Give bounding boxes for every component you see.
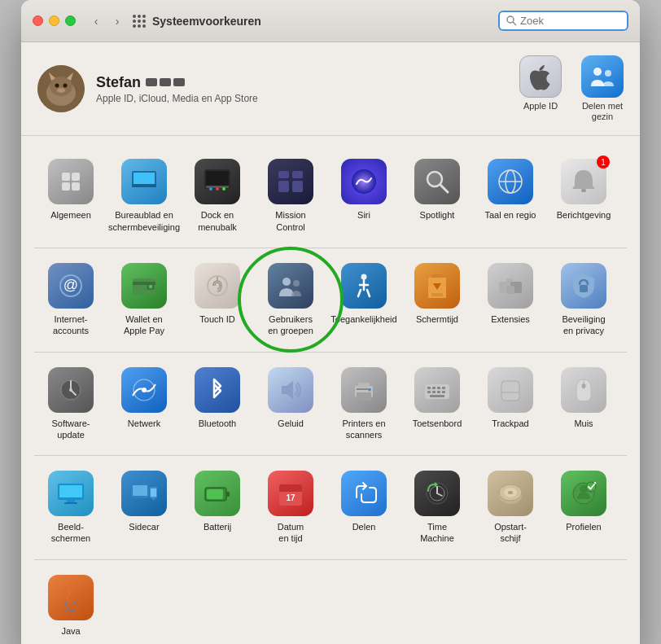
pref-item-dock[interactable]: Dock enmenubalk — [181, 156, 254, 236]
svg-rect-38 — [581, 189, 586, 192]
svg-point-9 — [55, 84, 59, 88]
pref-item-bluetooth[interactable]: Bluetooth — [181, 364, 254, 445]
svg-rect-56 — [506, 286, 514, 294]
window-title: Systeemvoorkeuren — [152, 15, 261, 28]
pref-item-trackpad[interactable]: Trackpad — [474, 364, 547, 445]
pref-item-datum[interactable]: 17 Datumen tijd — [254, 467, 327, 548]
svg-point-25 — [209, 187, 212, 191]
pref-item-taal[interactable]: Taal en regio — [474, 156, 547, 236]
apple-id-button[interactable]: Apple ID — [519, 55, 562, 112]
apple-icon — [527, 63, 554, 90]
svg-text:@: @ — [63, 277, 78, 293]
svg-point-49 — [361, 274, 367, 279]
pref-item-java[interactable]: JAVA Java — [34, 572, 107, 640]
svg-rect-28 — [278, 171, 289, 178]
apple-id-label: Apple ID — [523, 101, 558, 112]
grid-view-icon[interactable] — [133, 15, 146, 28]
pref-item-gebruikers[interactable]: Gebruikersen groepen — [254, 260, 327, 340]
pref-item-printers[interactable]: Printers enscanners — [327, 364, 401, 445]
prefs-row-1: Algemeen Bureaublad enschermbeveiliging — [34, 144, 627, 248]
svg-rect-29 — [292, 171, 303, 178]
svg-rect-90 — [152, 498, 155, 500]
pref-item-batterij[interactable]: Batterij — [181, 467, 254, 548]
profile-section: Stefan Apple ID, iCloud, Media en App St… — [21, 42, 640, 136]
pref-item-spotlight[interactable]: Spotlight — [401, 156, 474, 236]
main-window: ‹ › Systeemvoorkeuren — [21, 0, 640, 644]
svg-rect-50 — [431, 274, 443, 278]
pref-item-geluid[interactable]: Geluid — [254, 364, 327, 445]
svg-point-48 — [293, 280, 300, 287]
pref-item-wallet[interactable]: Wallet enApple Pay — [107, 260, 181, 340]
family-sharing-label: Delen metgezin — [582, 101, 623, 122]
svg-rect-74 — [432, 391, 436, 393]
svg-rect-18 — [72, 182, 80, 191]
search-bar[interactable] — [498, 11, 628, 31]
svg-rect-71 — [437, 387, 440, 389]
pref-item-touchid[interactable]: Touch ID — [181, 260, 254, 340]
svg-rect-16 — [72, 173, 80, 181]
svg-point-109 — [586, 482, 596, 492]
svg-point-60 — [142, 388, 147, 392]
close-button[interactable] — [33, 15, 43, 26]
svg-line-34 — [440, 185, 448, 192]
svg-rect-83 — [59, 485, 82, 497]
svg-rect-30 — [278, 181, 289, 192]
minimize-button[interactable] — [49, 15, 59, 26]
search-input[interactable] — [520, 15, 618, 27]
svg-rect-64 — [357, 392, 371, 401]
family-sharing-button[interactable]: Delen metgezin — [581, 55, 624, 122]
nav-buttons: ‹ › — [87, 12, 126, 30]
pref-item-netwerk[interactable]: Netwerk — [107, 364, 181, 445]
pref-item-muis[interactable]: Muis — [547, 364, 620, 445]
pref-item-delen[interactable]: Delen — [327, 467, 401, 548]
pref-item-software[interactable]: Software-update — [34, 364, 107, 445]
svg-point-27 — [222, 187, 225, 191]
pref-item-timemachine[interactable]: TimeMachine — [401, 467, 474, 548]
svg-rect-57 — [580, 285, 588, 292]
svg-rect-44 — [133, 282, 155, 285]
maximize-button[interactable] — [65, 15, 76, 26]
svg-rect-96 — [279, 489, 302, 492]
avatar — [37, 65, 85, 112]
pref-item-extensies[interactable]: Extensies — [474, 260, 547, 340]
back-button[interactable]: ‹ — [87, 12, 105, 30]
pref-item-sidecar[interactable]: Sidecar — [107, 467, 181, 548]
svg-rect-52 — [431, 293, 443, 296]
svg-point-26 — [216, 187, 219, 191]
pref-item-toetsenbord[interactable]: Toetsenbord — [401, 364, 474, 445]
forward-button[interactable]: › — [108, 12, 126, 30]
svg-point-0 — [507, 16, 514, 23]
svg-rect-85 — [64, 502, 77, 504]
svg-text:17: 17 — [286, 493, 295, 502]
pref-item-internet[interactable]: @ Internet-accounts — [34, 260, 107, 340]
pref-item-algemeen[interactable]: Algemeen — [34, 156, 107, 236]
svg-rect-31 — [292, 181, 303, 192]
pref-item-berichtgeving[interactable]: 1 Berichtgeving — [547, 156, 620, 236]
svg-rect-89 — [151, 488, 156, 497]
pref-item-siri[interactable]: Siri — [327, 156, 401, 236]
svg-point-47 — [282, 278, 291, 286]
prefs-row-3: Software-update Netwerk — [34, 352, 627, 456]
svg-rect-70 — [432, 387, 436, 389]
titlebar: ‹ › Systeemvoorkeuren — [21, 0, 640, 42]
pref-item-bureaublad[interactable]: Bureaublad enschermbeveiliging — [107, 156, 181, 236]
svg-point-12 — [57, 88, 65, 93]
pref-item-beeld[interactable]: Beeld-schermen — [34, 467, 107, 548]
pref-item-profielen[interactable]: Profielen — [547, 467, 620, 548]
pref-item-opstartschijf[interactable]: Opstart-schijf — [474, 467, 547, 548]
pref-item-schermtijd[interactable]: Schermtijd — [401, 260, 474, 340]
prefs-row-4: Beeld-schermen Sidecar — [34, 455, 627, 559]
pref-item-mission[interactable]: MissionControl — [254, 156, 327, 236]
svg-point-43 — [149, 285, 152, 288]
pref-item-beveiliging[interactable]: Beveiligingen privacy — [547, 260, 620, 340]
svg-point-10 — [63, 84, 68, 88]
profile-actions: Apple ID Delen metgezin — [519, 55, 624, 122]
pref-item-toegankelijkheid[interactable]: Toegankelijkheid — [327, 260, 401, 340]
svg-text:JAVA: JAVA — [64, 607, 77, 612]
svg-rect-23 — [206, 171, 229, 186]
svg-rect-15 — [62, 173, 70, 181]
family-icon — [588, 62, 617, 91]
profile-subtitle: Apple ID, iCloud, Media en App Store — [96, 93, 519, 104]
svg-rect-92 — [226, 492, 230, 497]
svg-line-1 — [513, 22, 516, 25]
